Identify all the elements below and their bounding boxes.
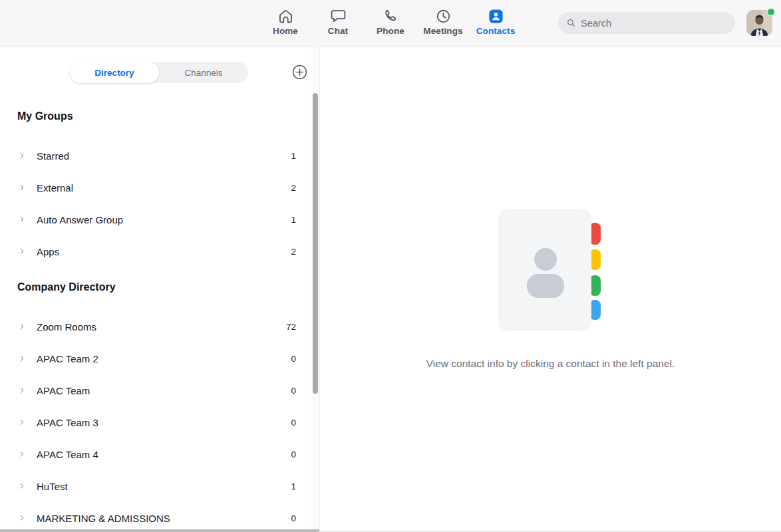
chevron-right-icon[interactable] bbox=[18, 482, 26, 490]
chevron-right-icon[interactable] bbox=[18, 184, 26, 192]
sidebar-item-apps[interactable]: Apps 2 bbox=[0, 235, 311, 267]
chevron-right-icon[interactable] bbox=[18, 354, 26, 362]
chevron-right-icon[interactable] bbox=[18, 247, 26, 255]
group-count: 1 bbox=[291, 151, 296, 161]
nav-label: Phone bbox=[377, 26, 404, 36]
topbar-right-group bbox=[558, 10, 772, 36]
chevron-right-icon[interactable] bbox=[18, 323, 26, 331]
empty-state-message: View contact info by clicking a contact … bbox=[426, 358, 675, 370]
group-label: APAC Team 4 bbox=[37, 449, 291, 460]
main-area: DirectoryChannels My Groups Starred 1 Ex… bbox=[0, 47, 781, 532]
tab-channels[interactable]: Channels bbox=[159, 62, 248, 83]
user-avatar[interactable] bbox=[746, 10, 772, 36]
group-label: MARKETING & ADMISSIONS bbox=[37, 513, 291, 524]
top-navigation-bar: Home Chat Phone Meetings Contacts bbox=[0, 0, 781, 47]
nav-item-chat[interactable]: Chat bbox=[316, 7, 360, 36]
sidebar-item-zoom-rooms[interactable]: Zoom Rooms 72 bbox=[0, 311, 311, 342]
group-label: APAC Team 2 bbox=[37, 353, 291, 364]
group-count: 0 bbox=[291, 450, 296, 460]
nav-item-meetings[interactable]: Meetings bbox=[421, 7, 465, 36]
group-label: External bbox=[37, 182, 291, 194]
nav-label: Contacts bbox=[476, 26, 516, 36]
tab-directory[interactable]: Directory bbox=[70, 62, 159, 83]
group-label: Starred bbox=[37, 150, 291, 162]
sidebar-item-apac-team-3[interactable]: APAC Team 3 0 bbox=[0, 406, 311, 438]
search-input[interactable] bbox=[581, 18, 728, 29]
nav-item-contacts[interactable]: Contacts bbox=[474, 7, 518, 36]
group-count: 0 bbox=[291, 513, 296, 523]
sidebar-item-starred[interactable]: Starred 1 bbox=[0, 140, 311, 172]
meetings-icon bbox=[434, 7, 452, 25]
group-label: Auto Answer Group bbox=[37, 214, 291, 225]
chevron-right-icon[interactable] bbox=[18, 215, 26, 223]
nav-label: Meetings bbox=[423, 26, 462, 36]
group-label: HuTest bbox=[37, 481, 291, 492]
sidebar-section: Company Directory Zoom Rooms 72 APAC Tea… bbox=[0, 281, 311, 532]
sidebar-item-apac-team-2[interactable]: APAC Team 2 0 bbox=[0, 342, 311, 374]
nav-label: Home bbox=[273, 26, 298, 36]
group-count: 72 bbox=[286, 322, 296, 332]
search-icon bbox=[565, 17, 577, 29]
chat-icon bbox=[329, 7, 347, 25]
group-label: APAC Team 3 bbox=[37, 417, 291, 428]
section-title-my-groups: My Groups bbox=[0, 110, 311, 123]
home-icon bbox=[277, 7, 295, 25]
contacts-sidebar: DirectoryChannels My Groups Starred 1 Ex… bbox=[0, 47, 319, 532]
group-count: 0 bbox=[291, 418, 296, 428]
group-count: 0 bbox=[291, 386, 296, 396]
add-contact-button[interactable] bbox=[291, 63, 309, 81]
presence-online-dot bbox=[767, 8, 775, 16]
group-count: 2 bbox=[291, 183, 296, 193]
group-count: 2 bbox=[291, 247, 296, 257]
chevron-right-icon[interactable] bbox=[18, 450, 26, 458]
main-nav: Home Chat Phone Meetings Contacts bbox=[263, 7, 518, 36]
scrollbar-thumb[interactable] bbox=[313, 93, 318, 394]
group-label: Apps bbox=[37, 246, 291, 257]
group-count: 0 bbox=[291, 354, 296, 364]
nav-item-home[interactable]: Home bbox=[263, 7, 307, 36]
contact-detail-panel: View contact info by clicking a contact … bbox=[319, 47, 781, 532]
sidebar-item-external[interactable]: External 2 bbox=[0, 172, 311, 203]
group-count: 1 bbox=[291, 215, 296, 225]
phone-icon bbox=[382, 7, 400, 25]
sidebar-item-apac-team-4[interactable]: APAC Team 4 0 bbox=[0, 438, 311, 470]
window-bottom-edge-left bbox=[0, 529, 319, 532]
sidebar-item-hutest[interactable]: HuTest 1 bbox=[0, 470, 311, 502]
search-bar[interactable] bbox=[558, 12, 735, 34]
directory-channels-toggle: DirectoryChannels bbox=[70, 62, 248, 83]
sidebar-section: My Groups Starred 1 External 2 Auto Answ… bbox=[0, 110, 311, 267]
sidebar-item-auto-answer-group[interactable]: Auto Answer Group 1 bbox=[0, 203, 311, 235]
nav-item-phone[interactable]: Phone bbox=[369, 7, 412, 36]
chevron-right-icon[interactable] bbox=[18, 514, 26, 522]
sidebar-item-marketing-admissions[interactable]: MARKETING & ADMISSIONS 0 bbox=[0, 502, 311, 532]
section-title-company-directory: Company Directory bbox=[0, 281, 311, 294]
group-label: APAC Team bbox=[37, 385, 291, 396]
contacts-icon bbox=[487, 7, 505, 25]
group-label: Zoom Rooms bbox=[37, 321, 286, 332]
contacts-list: My Groups Starred 1 External 2 Auto Answ… bbox=[0, 83, 311, 532]
group-count: 1 bbox=[291, 481, 296, 491]
zoom-app-window: Home Chat Phone Meetings Contacts Direct… bbox=[0, 0, 781, 532]
nav-label: Chat bbox=[328, 26, 348, 36]
address-book-illustration bbox=[498, 209, 603, 332]
chevron-right-icon[interactable] bbox=[18, 386, 26, 394]
chevron-right-icon[interactable] bbox=[18, 152, 26, 160]
sidebar-item-apac-team[interactable]: APAC Team 0 bbox=[0, 374, 311, 406]
chevron-right-icon[interactable] bbox=[18, 418, 26, 426]
